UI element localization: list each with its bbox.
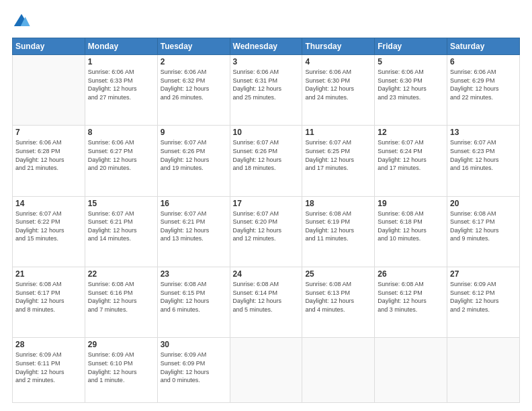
day-number: 2 — [161, 57, 227, 66]
day-number: 28 — [15, 340, 82, 349]
calendar-cell: 8Sunrise: 6:06 AM Sunset: 6:27 PM Daylig… — [85, 126, 157, 196]
logo-icon — [12, 12, 31, 31]
calendar-cell: 5Sunrise: 6:06 AM Sunset: 6:30 PM Daylig… — [375, 55, 447, 126]
calendar-cell: 23Sunrise: 6:08 AM Sunset: 6:15 PM Dayli… — [157, 267, 230, 338]
calendar-cell: 20Sunrise: 6:08 AM Sunset: 6:17 PM Dayli… — [447, 196, 520, 267]
calendar-cell: 27Sunrise: 6:09 AM Sunset: 6:12 PM Dayli… — [447, 267, 520, 338]
calendar-cell: 7Sunrise: 6:06 AM Sunset: 6:28 PM Daylig… — [13, 126, 85, 196]
day-info: Sunrise: 6:06 AM Sunset: 6:30 PM Dayligh… — [378, 68, 444, 101]
calendar-cell: 29Sunrise: 6:09 AM Sunset: 6:10 PM Dayli… — [85, 338, 157, 403]
day-info: Sunrise: 6:07 AM Sunset: 6:26 PM Dayligh… — [233, 138, 300, 172]
day-number: 15 — [88, 199, 154, 208]
day-info: Sunrise: 6:08 AM Sunset: 6:17 PM Dayligh… — [15, 280, 82, 314]
day-number: 24 — [233, 269, 300, 279]
day-info: Sunrise: 6:07 AM Sunset: 6:20 PM Dayligh… — [233, 210, 300, 243]
day-info: Sunrise: 6:06 AM Sunset: 6:27 PM Dayligh… — [88, 138, 154, 172]
day-number: 20 — [450, 199, 517, 208]
day-number: 14 — [15, 199, 82, 208]
day-info: Sunrise: 6:06 AM Sunset: 6:28 PM Dayligh… — [15, 138, 82, 172]
calendar-cell: 9Sunrise: 6:07 AM Sunset: 6:26 PM Daylig… — [157, 126, 230, 196]
calendar-cell: 22Sunrise: 6:08 AM Sunset: 6:16 PM Dayli… — [85, 267, 157, 338]
day-number: 1 — [88, 57, 154, 66]
day-info: Sunrise: 6:09 AM Sunset: 6:11 PM Dayligh… — [15, 351, 82, 384]
calendar-table: SundayMondayTuesdayWednesdayThursdayFrid… — [12, 38, 520, 403]
calendar-cell: 15Sunrise: 6:07 AM Sunset: 6:21 PM Dayli… — [85, 196, 157, 267]
calendar-cell: 10Sunrise: 6:07 AM Sunset: 6:26 PM Dayli… — [230, 126, 302, 196]
day-info: Sunrise: 6:07 AM Sunset: 6:24 PM Dayligh… — [378, 138, 444, 172]
day-number: 10 — [233, 128, 300, 137]
calendar-cell: 17Sunrise: 6:07 AM Sunset: 6:20 PM Dayli… — [230, 196, 302, 267]
day-info: Sunrise: 6:07 AM Sunset: 6:26 PM Dayligh… — [161, 138, 227, 172]
day-number: 23 — [161, 269, 227, 279]
calendar-week-1: 1Sunrise: 6:06 AM Sunset: 6:33 PM Daylig… — [13, 55, 520, 126]
calendar-cell: 6Sunrise: 6:06 AM Sunset: 6:29 PM Daylig… — [447, 55, 520, 126]
day-number: 21 — [15, 269, 82, 279]
day-info: Sunrise: 6:07 AM Sunset: 6:22 PM Dayligh… — [15, 210, 82, 243]
day-info: Sunrise: 6:08 AM Sunset: 6:13 PM Dayligh… — [305, 280, 371, 314]
day-number: 26 — [378, 269, 444, 279]
day-number: 4 — [305, 57, 371, 66]
calendar-cell: 14Sunrise: 6:07 AM Sunset: 6:22 PM Dayli… — [13, 196, 85, 267]
calendar-cell: 2Sunrise: 6:06 AM Sunset: 6:32 PM Daylig… — [157, 55, 230, 126]
calendar-cell: 30Sunrise: 6:09 AM Sunset: 6:09 PM Dayli… — [157, 338, 230, 403]
calendar-cell: 11Sunrise: 6:07 AM Sunset: 6:25 PM Dayli… — [302, 126, 375, 196]
day-number: 25 — [305, 269, 371, 279]
calendar-cell: 28Sunrise: 6:09 AM Sunset: 6:11 PM Dayli… — [13, 338, 85, 403]
calendar-dow-tuesday: Tuesday — [157, 38, 230, 55]
day-number: 17 — [233, 199, 300, 208]
calendar-cell — [447, 338, 520, 403]
day-number: 16 — [161, 199, 227, 208]
day-number: 7 — [15, 128, 82, 137]
day-info: Sunrise: 6:09 AM Sunset: 6:10 PM Dayligh… — [88, 351, 154, 384]
day-number: 13 — [450, 128, 517, 137]
day-number: 6 — [450, 57, 517, 66]
header — [12, 12, 520, 31]
page: SundayMondayTuesdayWednesdayThursdayFrid… — [0, 0, 532, 411]
day-info: Sunrise: 6:08 AM Sunset: 6:19 PM Dayligh… — [305, 210, 371, 243]
logo — [12, 12, 34, 31]
day-number: 8 — [88, 128, 154, 137]
day-number: 12 — [378, 128, 444, 137]
calendar-cell: 1Sunrise: 6:06 AM Sunset: 6:33 PM Daylig… — [85, 55, 157, 126]
calendar-header-row: SundayMondayTuesdayWednesdayThursdayFrid… — [13, 38, 520, 55]
calendar-cell: 18Sunrise: 6:08 AM Sunset: 6:19 PM Dayli… — [302, 196, 375, 267]
day-number: 18 — [305, 199, 371, 208]
day-number: 3 — [233, 57, 300, 66]
day-info: Sunrise: 6:08 AM Sunset: 6:16 PM Dayligh… — [88, 280, 154, 314]
calendar-dow-friday: Friday — [375, 38, 447, 55]
calendar-dow-wednesday: Wednesday — [230, 38, 302, 55]
calendar-dow-sunday: Sunday — [13, 38, 85, 55]
calendar-cell — [375, 338, 447, 403]
day-number: 19 — [378, 199, 444, 208]
day-info: Sunrise: 6:07 AM Sunset: 6:23 PM Dayligh… — [450, 138, 517, 172]
calendar-cell — [13, 55, 85, 126]
day-info: Sunrise: 6:06 AM Sunset: 6:32 PM Dayligh… — [161, 68, 227, 101]
day-info: Sunrise: 6:07 AM Sunset: 6:21 PM Dayligh… — [88, 210, 154, 243]
day-info: Sunrise: 6:06 AM Sunset: 6:30 PM Dayligh… — [305, 68, 371, 101]
calendar-dow-thursday: Thursday — [302, 38, 375, 55]
calendar-cell: 26Sunrise: 6:08 AM Sunset: 6:12 PM Dayli… — [375, 267, 447, 338]
calendar-cell: 13Sunrise: 6:07 AM Sunset: 6:23 PM Dayli… — [447, 126, 520, 196]
day-number: 30 — [161, 340, 227, 349]
day-number: 11 — [305, 128, 371, 137]
day-info: Sunrise: 6:09 AM Sunset: 6:12 PM Dayligh… — [450, 280, 517, 314]
calendar-cell: 12Sunrise: 6:07 AM Sunset: 6:24 PM Dayli… — [375, 126, 447, 196]
calendar-week-2: 7Sunrise: 6:06 AM Sunset: 6:28 PM Daylig… — [13, 126, 520, 196]
calendar-dow-saturday: Saturday — [447, 38, 520, 55]
day-info: Sunrise: 6:08 AM Sunset: 6:12 PM Dayligh… — [378, 280, 444, 314]
calendar-cell — [230, 338, 302, 403]
day-info: Sunrise: 6:07 AM Sunset: 6:21 PM Dayligh… — [161, 210, 227, 243]
day-info: Sunrise: 6:08 AM Sunset: 6:15 PM Dayligh… — [161, 280, 227, 314]
calendar-dow-monday: Monday — [85, 38, 157, 55]
calendar-week-3: 14Sunrise: 6:07 AM Sunset: 6:22 PM Dayli… — [13, 196, 520, 267]
calendar-cell — [302, 338, 375, 403]
calendar-week-4: 21Sunrise: 6:08 AM Sunset: 6:17 PM Dayli… — [13, 267, 520, 338]
day-number: 22 — [88, 269, 154, 279]
day-number: 27 — [450, 269, 517, 279]
day-info: Sunrise: 6:06 AM Sunset: 6:29 PM Dayligh… — [450, 68, 517, 101]
day-info: Sunrise: 6:07 AM Sunset: 6:25 PM Dayligh… — [305, 138, 371, 172]
day-number: 5 — [378, 57, 444, 66]
calendar-cell: 19Sunrise: 6:08 AM Sunset: 6:18 PM Dayli… — [375, 196, 447, 267]
day-info: Sunrise: 6:06 AM Sunset: 6:31 PM Dayligh… — [233, 68, 300, 101]
calendar-cell: 3Sunrise: 6:06 AM Sunset: 6:31 PM Daylig… — [230, 55, 302, 126]
